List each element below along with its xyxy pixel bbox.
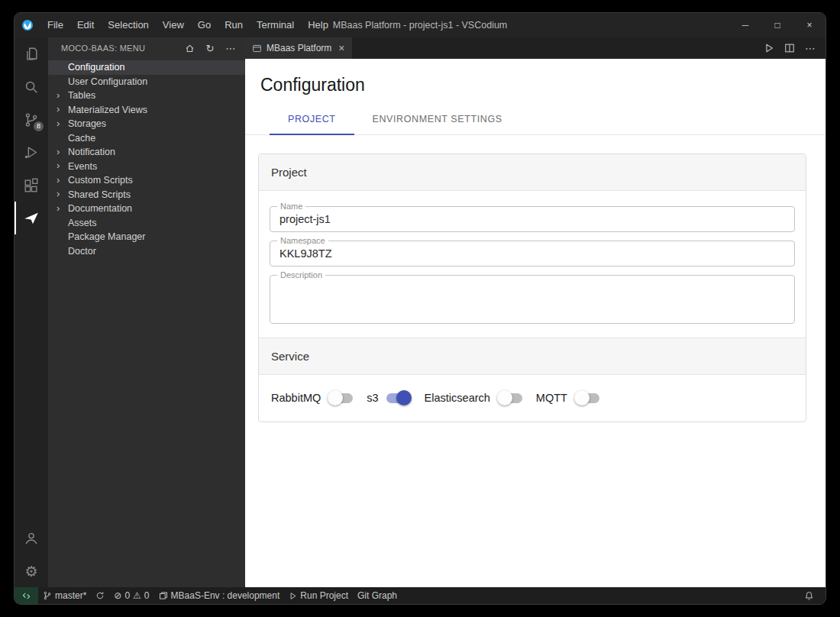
run-debug-icon[interactable] [15, 136, 48, 169]
notifications-item[interactable] [800, 587, 819, 604]
more-actions-icon[interactable]: ⋯ [224, 41, 237, 55]
tab-close-icon[interactable]: × [338, 42, 344, 54]
elasticsearch-toggle[interactable] [497, 390, 523, 405]
git-branch-item[interactable]: master* [38, 587, 91, 604]
settings-gear-icon[interactable]: ⚙ [15, 554, 48, 587]
name-field-label: Name [277, 202, 305, 211]
menu-selection[interactable]: Selection [101, 13, 155, 37]
play-icon [289, 592, 297, 600]
explorer-icon[interactable] [15, 37, 48, 70]
webview-tab-icon [252, 44, 262, 53]
sidebar-item-user-configuration[interactable]: User Configuration [48, 75, 245, 89]
page-content: Project Name Namespace Descrip [245, 135, 825, 422]
vscodium-window: File Edit Selection View Go Run Terminal… [14, 12, 826, 605]
account-icon[interactable] [15, 522, 48, 554]
sidebar-item-cache[interactable]: Cache [48, 131, 245, 146]
titlebar: File Edit Selection View Go Run Terminal… [15, 13, 825, 37]
sidebar-item-custom-scripts[interactable]: ›Custom Scripts [48, 173, 245, 188]
git-graph-item[interactable]: Git Graph [353, 587, 402, 604]
tab-environment-settings[interactable]: ENVIRONMENT SETTINGS [354, 102, 521, 134]
menu-terminal[interactable]: Terminal [250, 13, 301, 37]
refresh-icon[interactable]: ↻ [203, 41, 217, 55]
source-control-icon[interactable]: 8 [15, 103, 48, 136]
sidebar-item-assets[interactable]: Assets [48, 216, 245, 231]
sidebar-item-storages[interactable]: ›Storages [48, 117, 245, 131]
remote-indicator[interactable] [15, 587, 38, 604]
sidebar-item-configuration[interactable]: Configuration [48, 60, 245, 75]
sidebar-item-notification[interactable]: ›Notification [48, 145, 245, 160]
sidebar-tree: Configuration User Configuration ›Tables… [48, 59, 245, 258]
scm-badge: 8 [34, 121, 44, 131]
tab-label: MBaas Platform [267, 43, 331, 53]
branch-icon [43, 591, 52, 600]
sync-changes-item[interactable] [91, 587, 109, 604]
menu-help[interactable]: Help [301, 13, 335, 37]
namespace-field-label: Namespace [277, 236, 328, 245]
sidebar-item-events[interactable]: ›Events [48, 160, 245, 174]
bell-icon [804, 591, 814, 601]
services-row: RabbitMQ s3 Elasticsearch [259, 375, 806, 422]
sidebar-item-shared-scripts[interactable]: ›Shared Scripts [48, 188, 245, 202]
editor-tabbar: MBaas Platform × ⋯ [245, 37, 825, 59]
name-input[interactable] [270, 207, 794, 231]
statusbar: master* ⊘ 0 ⚠ 0 MBaaS-Env : development … [15, 587, 825, 604]
split-editor-icon[interactable] [784, 43, 795, 53]
window-title: MBaas Platform - project-js1 - VSCodium [333, 20, 508, 31]
sidebar-item-package-manager[interactable]: Package Manager [48, 230, 245, 244]
run-project-label: Run Project [300, 590, 348, 601]
chevron-right-icon: › [57, 187, 60, 202]
sidebar-actions: ↻ ⋯ [183, 41, 237, 55]
namespace-input[interactable] [270, 241, 794, 266]
menu-file[interactable]: File [40, 13, 70, 37]
sidebar-item-tables[interactable]: ›Tables [48, 89, 245, 103]
tab-mbaas-platform[interactable]: MBaas Platform × [245, 37, 352, 59]
maximize-button[interactable]: □ [761, 13, 793, 37]
service-elasticsearch: Elasticsearch [425, 390, 523, 405]
s3-toggle[interactable] [386, 390, 412, 405]
sidebar-item-doctor[interactable]: Doctor [48, 244, 245, 259]
chevron-right-icon: › [57, 173, 60, 188]
search-icon[interactable] [15, 70, 48, 103]
service-mqtt: MQTT [536, 390, 600, 405]
warning-icon: ⚠ [133, 590, 141, 601]
vscodium-logo-icon [15, 19, 40, 31]
rabbitmq-toggle[interactable] [328, 390, 354, 405]
chevron-right-icon: › [57, 202, 60, 216]
statusbar-right [800, 587, 825, 604]
error-count: 0 [124, 590, 130, 601]
project-section-header: Project [259, 154, 806, 191]
menu-go[interactable]: Go [191, 13, 218, 37]
service-s3: s3 [367, 390, 411, 405]
menubar: File Edit Selection View Go Run Terminal… [40, 13, 335, 37]
page-tabs: PROJECT ENVIRONMENT SETTINGS [245, 102, 825, 135]
service-section-header: Service [259, 338, 806, 375]
menu-run[interactable]: Run [218, 13, 250, 37]
git-graph-label: Git Graph [357, 590, 397, 601]
moco-baas-extension-icon[interactable] [15, 202, 48, 234]
environment-item[interactable]: MBaaS-Env : development [154, 587, 285, 604]
chevron-right-icon: › [57, 159, 60, 173]
service-label: Elasticsearch [425, 392, 490, 404]
minimize-button[interactable]: ─ [729, 13, 761, 37]
home-icon[interactable] [183, 41, 196, 55]
project-card: Project Name Namespace Descrip [258, 153, 806, 422]
error-icon: ⊘ [114, 590, 121, 601]
menu-view[interactable]: View [156, 13, 191, 37]
close-button[interactable]: × [793, 13, 825, 37]
menu-edit[interactable]: Edit [70, 13, 101, 37]
more-actions-icon[interactable]: ⋯ [805, 42, 816, 54]
name-field: Name [270, 206, 795, 232]
mqtt-toggle[interactable] [574, 390, 600, 405]
service-label: MQTT [536, 392, 567, 404]
service-label: RabbitMQ [271, 392, 321, 404]
sidebar-header: MOCO-BAAS: MENU ↻ ⋯ [48, 37, 245, 59]
tab-project[interactable]: PROJECT [270, 102, 354, 134]
description-input[interactable] [270, 276, 794, 323]
extensions-icon[interactable] [15, 169, 48, 202]
run-project-icon[interactable] [764, 43, 774, 53]
sidebar-item-materialized-views[interactable]: ›Materialized Views [48, 103, 245, 118]
editor-actions: ⋯ [764, 37, 825, 59]
sidebar-item-documentation[interactable]: ›Documentation [48, 202, 245, 216]
problems-item[interactable]: ⊘ 0 ⚠ 0 [109, 587, 153, 604]
run-project-item[interactable]: Run Project [284, 587, 353, 604]
